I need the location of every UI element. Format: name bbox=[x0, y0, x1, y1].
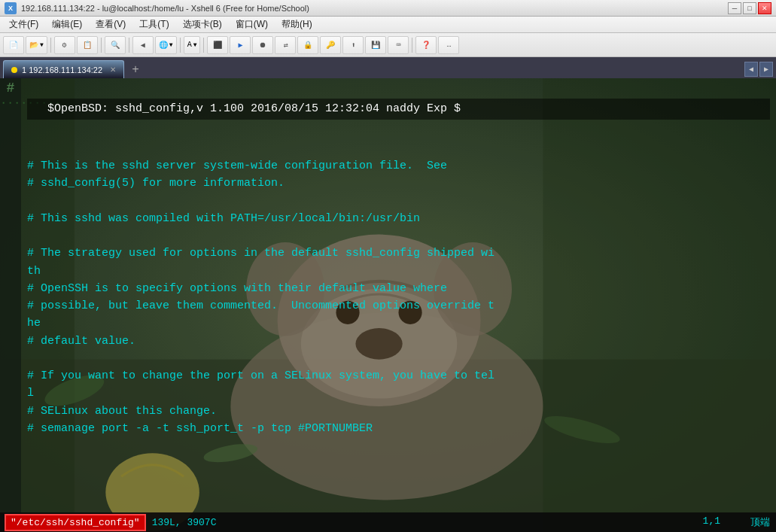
toolbar-properties[interactable]: ⚙ bbox=[54, 36, 75, 54]
tab-session-1[interactable]: 1 192.168.111.134:22 ✕ bbox=[3, 60, 124, 78]
terminal-line-6: # OpenSSH is to specify options with the… bbox=[27, 282, 447, 295]
status-position: 1,1 bbox=[703, 515, 720, 529]
terminal-line-1: # This is the sshd server system-wide co… bbox=[27, 160, 447, 172]
toolbar-separator-2 bbox=[101, 38, 102, 53]
terminal-line-11: l bbox=[27, 387, 34, 400]
terminal-line-8: he bbox=[27, 317, 41, 330]
toolbar-back[interactable]: ◀ bbox=[132, 36, 154, 54]
tab-bar-arrows: ◀ ▶ bbox=[744, 62, 773, 78]
terminal-line-4: # The strategy used for options in the d… bbox=[27, 247, 495, 260]
terminal-line-9: # default value. bbox=[27, 335, 135, 348]
toolbar-transfer[interactable]: ⇄ bbox=[275, 36, 296, 54]
tab-bar: 1 192.168.111.134:22 ✕ + ◀ ▶ bbox=[0, 57, 776, 78]
menu-window[interactable]: 窗口(W) bbox=[230, 17, 274, 32]
toolbar-record[interactable]: ⏺ bbox=[252, 36, 273, 54]
toolbar-separator-6 bbox=[412, 38, 412, 53]
terminal-line-2: # sshd_config(5) for more information. bbox=[27, 177, 285, 190]
toolbar-play[interactable]: ▶ bbox=[230, 36, 251, 54]
toolbar-stop[interactable]: ⬛ bbox=[207, 36, 228, 54]
toolbar-font-dropdown[interactable]: A ▼ bbox=[184, 36, 201, 54]
tab-scroll-left[interactable]: ◀ bbox=[744, 62, 758, 77]
toolbar-new[interactable]: 📄 bbox=[3, 36, 24, 54]
menu-tools[interactable]: 工具(T) bbox=[133, 17, 175, 32]
status-filename: "/etc/ssh/sshd_config" bbox=[5, 514, 146, 531]
toolbar-separator-1 bbox=[50, 38, 51, 53]
toolbar-lock[interactable]: 🔒 bbox=[297, 36, 318, 54]
close-button[interactable]: ✕ bbox=[758, 2, 771, 14]
toolbar-separator-4 bbox=[180, 38, 181, 53]
terminal-header-line: $OpenBSD: sshd_config,v 1.100 2016/08/15… bbox=[27, 99, 770, 119]
terminal-line-5: th bbox=[27, 265, 41, 278]
menu-bar: 文件(F) 编辑(E) 查看(V) 工具(T) 选项卡(B) 窗口(W) 帮助(… bbox=[0, 17, 776, 33]
maximize-button[interactable]: □ bbox=[743, 2, 756, 14]
toolbar-cmd[interactable]: ⌨ bbox=[388, 36, 409, 54]
app-icon: X bbox=[5, 2, 17, 14]
toolbar-separator-5 bbox=[203, 38, 204, 53]
menu-help[interactable]: 帮助(H) bbox=[275, 17, 318, 32]
menu-tabs[interactable]: 选项卡(B) bbox=[177, 17, 228, 32]
title-bar: X 192.168.111.134:22 - lu@localhost:/hom… bbox=[0, 0, 776, 17]
toolbar-open-dropdown[interactable]: 📂 ▼ bbox=[26, 36, 47, 54]
menu-edit[interactable]: 编辑(E) bbox=[46, 17, 88, 32]
tab-status-dot bbox=[11, 67, 17, 73]
tab-add-button[interactable]: + bbox=[127, 62, 144, 78]
toolbar-zoom[interactable]: 🔍 bbox=[105, 36, 126, 54]
tab-scroll-right[interactable]: ▶ bbox=[759, 62, 773, 77]
terminal-line-7: # possible, but leave them commented. Un… bbox=[27, 299, 495, 312]
terminal-line-12: # SELinux about this change. bbox=[27, 405, 217, 418]
terminal-text-area[interactable]: $OpenBSD: sshd_config,v 1.100 2016/08/15… bbox=[21, 78, 776, 532]
toolbar-key[interactable]: 🔑 bbox=[320, 36, 341, 54]
menu-view[interactable]: 查看(V) bbox=[90, 17, 132, 32]
toolbar: 📄 📂 ▼ ⚙ 📋 🔍 ◀ 🌐 ▼ A ▼ ⬛ ▶ ⏺ ⇄ 🔒 🔑 ⬆ 💾 ⌨ … bbox=[0, 33, 776, 57]
vim-hash-symbol: # bbox=[7, 81, 15, 95]
terminal-line-10: # If you want to change the port on a SE… bbox=[27, 369, 495, 382]
toolbar-upload[interactable]: ⬆ bbox=[342, 36, 364, 54]
vim-status-bar: "/etc/ssh/sshd_config" 139L, 3907C 1,1 顶… bbox=[0, 512, 776, 532]
toolbar-save[interactable]: 💾 bbox=[365, 36, 386, 54]
title-bar-left: X 192.168.111.134:22 - lu@localhost:/hom… bbox=[5, 2, 309, 14]
toolbar-properties2[interactable]: 📋 bbox=[77, 36, 98, 54]
toolbar-separator-3 bbox=[129, 38, 129, 53]
tab-close-icon[interactable]: ✕ bbox=[110, 65, 116, 74]
toolbar-extra[interactable]: … bbox=[438, 36, 459, 54]
terminal-line-3: # This sshd was compiled with PATH=/usr/… bbox=[27, 212, 420, 225]
tab-label: 1 192.168.111.134:22 bbox=[22, 65, 102, 74]
toolbar-help[interactable]: ❓ bbox=[415, 36, 437, 54]
toolbar-globe-dropdown[interactable]: 🌐 ▼ bbox=[155, 36, 177, 54]
minimize-button[interactable]: ─ bbox=[728, 2, 741, 14]
window-controls: ─ □ ✕ bbox=[728, 2, 771, 14]
vim-sidebar: # ▪▪▪▪▪▪▪▪▪▪▪▪▪▪▪ bbox=[0, 78, 21, 532]
status-top: 顶端 bbox=[750, 515, 770, 529]
status-right: 1,1 顶端 bbox=[703, 515, 770, 529]
terminal-line-13: # semanage port -a -t ssh_port_t -p tcp … bbox=[27, 422, 373, 435]
menu-file[interactable]: 文件(F) bbox=[3, 17, 44, 32]
status-line-count: 139L, 3907C bbox=[152, 517, 217, 528]
terminal-container: # ▪▪▪▪▪▪▪▪▪▪▪▪▪▪▪ $OpenBSD: sshd_config,… bbox=[0, 78, 776, 532]
window-title: 192.168.111.134:22 - lu@localhost:/home/… bbox=[21, 4, 309, 13]
